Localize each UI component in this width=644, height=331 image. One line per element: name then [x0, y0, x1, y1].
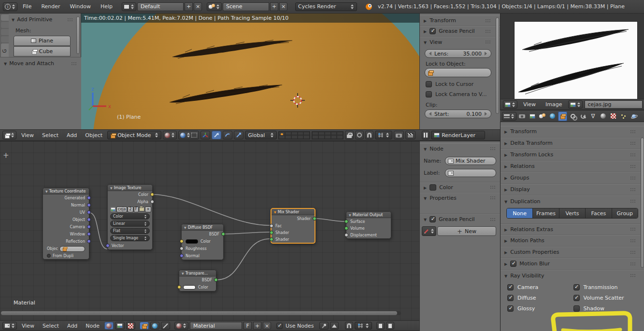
socket-displacement-in[interactable] — [344, 233, 348, 237]
panel-transform-locks[interactable]: Transform Locks — [501, 149, 644, 161]
panel-grip[interactable] — [490, 196, 496, 200]
menu-window[interactable]: Window — [66, 3, 95, 10]
ray-shadow-row[interactable]: Shadow — [573, 305, 640, 312]
socket-object[interactable] — [87, 218, 91, 221]
grease-pencil-panel-header[interactable]: Grease Pencil — [420, 214, 500, 224]
slider-left-icon[interactable] — [429, 112, 431, 116]
props-tab-render-layers-icon[interactable] — [528, 111, 537, 121]
node-panel-header[interactable]: Node — [420, 143, 500, 154]
add-material-button[interactable]: + — [253, 322, 261, 330]
slider-left-icon[interactable] — [429, 52, 431, 55]
props-tab-world-icon[interactable] — [548, 111, 557, 121]
manipulator-rotate-button[interactable] — [223, 131, 232, 139]
ray-glossy-checkbox[interactable] — [507, 305, 514, 312]
material-name-field[interactable]: Material — [190, 322, 242, 330]
object-shader-button[interactable] — [140, 322, 149, 330]
panel-transform[interactable]: Transform — [501, 126, 644, 138]
open-image-icon[interactable] — [139, 207, 144, 211]
copy-nodes-button[interactable] — [376, 322, 385, 330]
menu-node[interactable]: Node — [82, 323, 103, 329]
lock-camera-checkbox[interactable] — [426, 91, 432, 97]
socket-reflection[interactable] — [87, 239, 91, 243]
viewport-shading-dropdown[interactable] — [163, 131, 177, 139]
props-tab-modifiers-icon[interactable] — [578, 111, 587, 121]
layers-grid-2[interactable] — [312, 131, 343, 139]
duplication-verts-button[interactable]: Verts — [559, 208, 586, 218]
motion-blur-checkbox[interactable] — [510, 261, 516, 267]
node-mix-shader[interactable]: ▼Mix Shader Shader Fac Shader Shader — [271, 208, 315, 244]
h-scrollbar-track[interactable] — [1, 311, 401, 315]
panel-motion-paths[interactable]: Motion Paths — [501, 235, 644, 247]
menu-help[interactable]: Help — [96, 3, 117, 10]
grease-pencil-source-dropdown[interactable] — [422, 226, 436, 236]
orientation-dropdown[interactable]: Global — [245, 131, 277, 139]
panel-grip[interactable] — [490, 218, 496, 221]
screen-layout-icon-button[interactable] — [122, 2, 136, 11]
panel-custom-properties[interactable]: Custom Properties — [501, 247, 644, 258]
duplication-frames-button[interactable]: Frames — [533, 208, 559, 218]
fake-user-button[interactable]: F — [243, 322, 252, 330]
editor-type-stepper-icon[interactable] — [12, 4, 15, 9]
view-panel-header[interactable]: View — [420, 37, 500, 47]
socket-fac-in[interactable] — [270, 224, 273, 228]
lock-cursor-checkbox[interactable] — [426, 81, 432, 87]
props-tab-render-icon[interactable] — [517, 111, 527, 121]
editor-type-button-properties[interactable] — [502, 112, 516, 121]
socket-generated[interactable] — [87, 196, 91, 200]
slider-right-icon[interactable] — [485, 112, 487, 116]
image-icon[interactable] — [111, 207, 115, 211]
panel-grip[interactable] — [485, 29, 491, 33]
panel-grip[interactable] — [490, 147, 496, 151]
projection-dropdown[interactable]: Flat — [110, 228, 150, 234]
panel-grip[interactable] — [630, 176, 636, 180]
transparent-color-swatch[interactable] — [183, 285, 196, 290]
panel-groups[interactable]: Groups — [501, 172, 644, 184]
info-editor-button[interactable]: i — [3, 2, 17, 11]
texture-tree-button[interactable] — [126, 322, 135, 330]
panel-motion-blur[interactable]: Motion Blur — [501, 258, 644, 270]
from-dupli-toggle[interactable] — [47, 254, 51, 258]
add-primitive-header[interactable]: Add Primitive — [9, 14, 81, 24]
socket-vector-in[interactable] — [106, 244, 110, 248]
panel-grip[interactable] — [485, 19, 491, 23]
render-layer-dropdown[interactable]: RenderLayer — [431, 131, 485, 139]
use-nodes-checkbox[interactable] — [276, 323, 283, 329]
ray-transmission-row[interactable]: Transmission — [573, 284, 640, 290]
manipulator-axis-button[interactable] — [200, 131, 210, 139]
panel-relations[interactable]: Relations — [501, 161, 644, 172]
add-cube-button[interactable]: Cube — [14, 46, 71, 56]
panel-delta-transform[interactable]: Delta Transform — [501, 138, 644, 149]
material-datablock-icon-button[interactable] — [174, 322, 188, 330]
socket-roughness-in[interactable] — [180, 247, 184, 250]
slider-right-icon[interactable] — [485, 52, 487, 55]
panel-grip[interactable] — [485, 40, 491, 44]
viewport-3d[interactable]: Time:00:02.02 | Mem:5.41M, Peak:7.02M | … — [81, 14, 419, 129]
add-layout-button[interactable]: + — [185, 2, 193, 11]
duplication-none-button[interactable]: None — [507, 208, 533, 218]
editor-type-button-node[interactable] — [2, 322, 17, 330]
lock-to-scene-button[interactable] — [345, 131, 354, 139]
snap-toggle-button[interactable] — [345, 322, 353, 330]
diffuse-color-swatch[interactable] — [186, 239, 198, 244]
menu-image[interactable]: Image — [542, 101, 566, 108]
panel-grip[interactable] — [630, 250, 636, 254]
panel-grip[interactable] — [630, 274, 636, 277]
shelf-tab[interactable] — [1, 14, 9, 21]
node-material-output[interactable]: ▼Material Output Surface Volume Displace… — [346, 211, 391, 239]
unlink-image-button[interactable]: × — [145, 207, 151, 212]
close-layout-button[interactable]: × — [194, 2, 202, 11]
ray-camera-checkbox[interactable] — [507, 284, 514, 290]
menu-object[interactable]: Object — [82, 132, 106, 138]
props-tab-texture-icon[interactable] — [609, 111, 618, 121]
grease-pencil-checkbox[interactable] — [429, 216, 436, 222]
layers-grid-1[interactable] — [278, 131, 310, 139]
color-space-dropdown[interactable]: Color — [110, 213, 150, 220]
ray-diffuse-row[interactable]: Diffuse — [507, 295, 573, 301]
menu-render[interactable]: Render — [37, 3, 64, 10]
color-panel-header[interactable]: Color — [420, 182, 500, 193]
compositing-tree-button[interactable] — [115, 322, 125, 330]
grease-pencil-checkbox[interactable] — [429, 28, 436, 34]
panel-grip[interactable] — [630, 188, 636, 192]
ray-shadow-checkbox[interactable] — [573, 305, 580, 312]
menu-add[interactable]: Add — [64, 323, 81, 329]
